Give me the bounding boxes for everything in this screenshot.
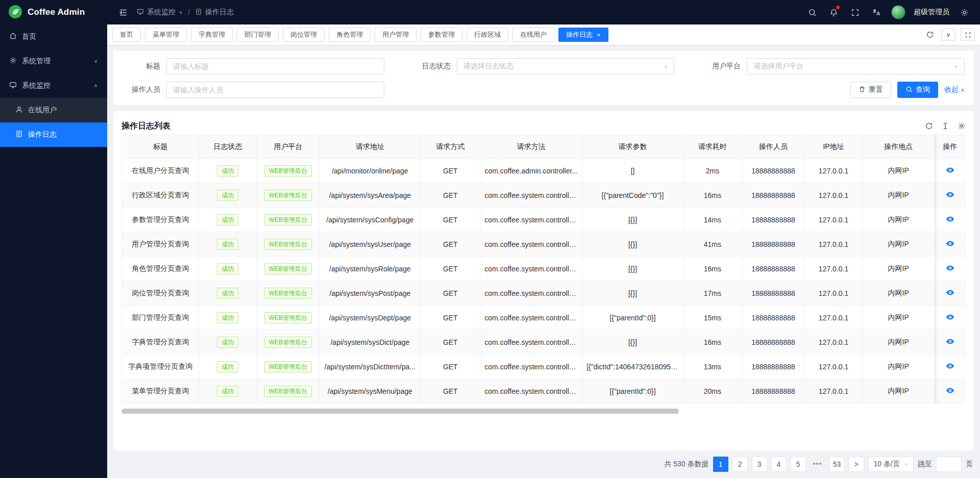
page-button[interactable]: 3 (752, 457, 767, 472)
table-row: 用户管理分页查询成功WEB管理后台/api/system/sysUser/pag… (122, 232, 966, 257)
sidebar-menu: 首页 系统管理 ∨ 系统监控 ∧ 在线用户 操作日志 (0, 24, 107, 147)
chevron-down-icon: ∨ (904, 462, 908, 467)
next-page-button[interactable]: > (849, 457, 864, 472)
collapse-filter-link[interactable]: 收起 ∧ (944, 85, 965, 94)
table-body: 在线用户分页查询成功WEB管理后台/api/monitor/online/pag… (122, 159, 966, 404)
tab-item[interactable]: 用户管理 (375, 28, 416, 42)
page-button[interactable]: 4 (771, 457, 787, 472)
view-detail-button[interactable] (946, 362, 954, 370)
menu-fold-icon[interactable] (116, 6, 130, 19)
status-tag: 成功 (217, 337, 238, 348)
tab-item[interactable]: 字典管理 (191, 28, 233, 42)
page-size-value: 10 条/页 (874, 460, 900, 469)
title-cell: 参数管理分页查询 (122, 208, 199, 232)
view-detail-button[interactable] (946, 337, 954, 346)
view-detail-button[interactable] (946, 166, 954, 174)
reset-button[interactable]: 重置 (850, 82, 891, 98)
view-detail-button[interactable] (946, 288, 954, 297)
handler-cell: com.coffee.system.controlle... (480, 379, 582, 404)
view-detail-button[interactable] (946, 313, 954, 321)
sidebar-item-operation-log[interactable]: 操作日志 (0, 122, 107, 147)
chevron-down-icon[interactable]: ∨ (179, 10, 183, 15)
username-label[interactable]: 超级管理员 (914, 8, 949, 17)
search-icon (905, 86, 913, 94)
platform-cell: WEB管理后台 (257, 208, 320, 232)
user-platform-select[interactable]: 请选择用户平台 ∨ (747, 58, 965, 74)
row-density-icon[interactable] (941, 122, 949, 130)
tab-actions-dropdown[interactable]: ∨ (941, 29, 955, 41)
platform-tag: WEB管理后台 (264, 190, 312, 201)
sidebar-item-system-management[interactable]: 系统管理 ∨ (0, 49, 107, 73)
tab-item[interactable]: 菜单管理 (145, 28, 187, 42)
ip-cell: 127.0.0.1 (805, 355, 863, 379)
breadcrumb-section[interactable]: 系统监控 (147, 8, 176, 17)
card-tools (925, 122, 966, 130)
operator-cell: 18888888888 (742, 183, 804, 208)
view-detail-button[interactable] (946, 239, 954, 248)
status-cell: 成功 (199, 355, 257, 379)
tab-item[interactable]: 角色管理 (329, 28, 371, 42)
page-button[interactable]: 1 (713, 457, 728, 472)
select-placeholder: 请选择日志状态 (463, 62, 664, 71)
status-tag: 成功 (217, 190, 238, 201)
sidebar-item-home[interactable]: 首页 (0, 24, 107, 49)
settings-gear-icon[interactable] (958, 6, 971, 19)
jump-page-input[interactable] (936, 457, 962, 472)
handler-cell: com.coffee.system.controlle... (480, 208, 582, 232)
view-detail-button[interactable] (946, 264, 954, 272)
user-avatar[interactable] (891, 5, 905, 19)
tab-active[interactable]: 操作日志× (558, 28, 608, 42)
status-cell: 成功 (199, 208, 257, 232)
page-button[interactable]: 5 (791, 457, 806, 472)
title-cell: 字典项管理分页查询 (122, 355, 199, 379)
handler-cell: com.coffee.admin.controller... (480, 159, 582, 183)
table-row: 菜单管理分页查询成功WEB管理后台/api/system/sysMenu/pag… (122, 379, 966, 404)
breadcrumb-separator: / (188, 8, 190, 16)
tab-item[interactable]: 岗位管理 (283, 28, 325, 42)
tab-item[interactable]: 参数管理 (421, 28, 462, 42)
column-header: 操作地点 (863, 135, 935, 159)
tab-item[interactable]: 首页 (112, 28, 141, 42)
handler-cell: com.coffee.system.controlle... (480, 183, 582, 208)
page-size-select[interactable]: 10 条/页 ∨ (868, 457, 914, 472)
title-cell: 用户管理分页查询 (122, 232, 199, 257)
tab-close-icon[interactable]: × (597, 32, 601, 38)
title-input[interactable] (166, 58, 384, 74)
url-cell: /api/system/sysConfig/page (320, 208, 421, 232)
sidebar-item-online-users[interactable]: 在线用户 (0, 98, 107, 122)
action-cell (935, 208, 966, 232)
reset-button-label: 重置 (869, 85, 883, 94)
log-status-select[interactable]: 请选择日志状态 ∨ (457, 58, 675, 74)
method-cell: GET (421, 183, 480, 208)
tab-item[interactable]: 部门管理 (237, 28, 279, 42)
title-cell: 菜单管理分页查询 (122, 379, 199, 404)
tab-item[interactable]: 在线用户 (512, 28, 554, 42)
notification-bell-icon[interactable] (827, 6, 840, 19)
fullscreen-icon[interactable] (848, 6, 862, 19)
duration-cell: 16ms (683, 330, 742, 355)
view-detail-button[interactable] (946, 386, 954, 395)
refresh-icon[interactable] (925, 122, 933, 130)
content-fullscreen-icon[interactable] (961, 29, 975, 41)
platform-tag: WEB管理后台 (264, 263, 312, 274)
method-cell: GET (421, 208, 480, 232)
translate-icon[interactable] (870, 6, 883, 19)
column-settings-gear-icon[interactable] (958, 122, 966, 130)
app-logo[interactable]: Coffee Admin (0, 0, 107, 24)
chevron-down-icon: ∨ (664, 64, 668, 69)
column-header: 操作人员 (742, 135, 804, 159)
view-detail-button[interactable] (946, 215, 954, 223)
search-button[interactable]: 查询 (897, 82, 938, 98)
platform-tag: WEB管理后台 (264, 288, 312, 299)
refresh-icon[interactable] (924, 29, 936, 41)
horizontal-scrollbar[interactable] (121, 409, 679, 414)
view-detail-button[interactable] (946, 190, 954, 199)
sidebar-item-system-monitor[interactable]: 系统监控 ∧ (0, 73, 107, 98)
page-ellipsis[interactable]: ••• (810, 457, 825, 472)
column-header: 标题 (122, 135, 199, 159)
operator-input[interactable] (166, 82, 384, 98)
page-button[interactable]: 53 (829, 457, 845, 472)
page-button[interactable]: 2 (732, 457, 748, 472)
search-icon[interactable] (805, 6, 819, 19)
tab-item[interactable]: 行政区域 (467, 28, 508, 42)
